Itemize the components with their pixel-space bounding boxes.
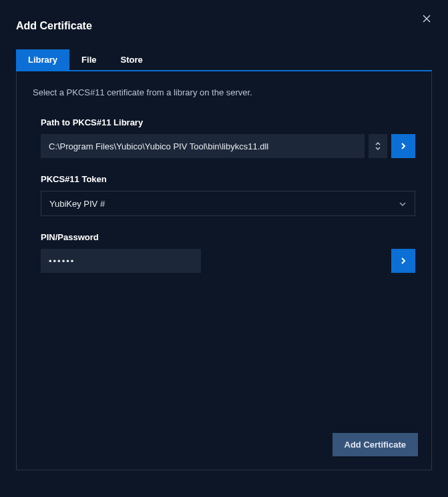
path-field-group: Path to PKCS#11 Library [41, 117, 415, 158]
token-select[interactable]: YubiKey PIV # [41, 191, 415, 216]
tab-library[interactable]: Library [16, 49, 69, 70]
close-button[interactable] [420, 12, 433, 25]
chevron-down-icon [399, 197, 407, 209]
pin-input[interactable] [41, 249, 201, 273]
pin-label: PIN/Password [41, 232, 415, 242]
token-value: YubiKey PIV # [49, 199, 399, 209]
path-input[interactable] [41, 134, 365, 158]
dialog-title: Add Certificate [16, 20, 432, 32]
instruction-text: Select a PKCS#11 certificate from a libr… [33, 87, 415, 97]
updown-icon [375, 141, 381, 151]
pin-go-button[interactable] [391, 249, 415, 273]
tab-file[interactable]: File [69, 49, 108, 70]
token-field-group: PKCS#11 Token YubiKey PIV # [41, 174, 415, 216]
chevron-right-icon [400, 141, 407, 151]
path-stepper[interactable] [369, 134, 387, 158]
add-certificate-dialog: Add Certificate Library File Store Selec… [0, 0, 448, 497]
path-label: Path to PKCS#11 Library [41, 117, 415, 127]
token-label: PKCS#11 Token [41, 174, 415, 184]
library-panel: Select a PKCS#11 certificate from a libr… [16, 71, 432, 470]
pin-input-row [41, 249, 415, 273]
close-icon [423, 15, 431, 23]
path-go-button[interactable] [391, 134, 415, 158]
tab-store[interactable]: Store [108, 49, 154, 70]
tab-bar: Library File Store [16, 49, 432, 71]
pin-field-group: PIN/Password [41, 232, 415, 273]
chevron-right-icon [400, 256, 407, 266]
path-input-row [41, 134, 415, 158]
add-certificate-button[interactable]: Add Certificate [332, 433, 418, 456]
